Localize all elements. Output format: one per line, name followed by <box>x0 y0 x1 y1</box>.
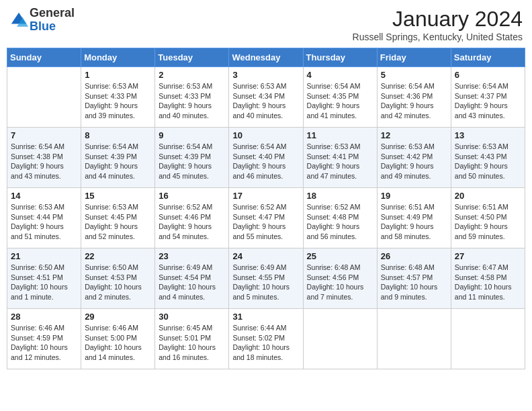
day-info: Sunrise: 6:45 AM Sunset: 5:01 PM Dayligh… <box>159 323 225 363</box>
day-number: 19 <box>381 191 447 201</box>
day-number: 29 <box>85 312 151 322</box>
day-info: Sunrise: 6:54 AM Sunset: 4:35 PM Dayligh… <box>307 81 373 121</box>
day-info: Sunrise: 6:53 AM Sunset: 4:41 PM Dayligh… <box>307 142 373 181</box>
day-number: 26 <box>381 251 447 261</box>
day-info: Sunrise: 6:44 AM Sunset: 5:02 PM Dayligh… <box>232 323 299 363</box>
calendar-cell: 19Sunrise: 6:51 AM Sunset: 4:49 PM Dayli… <box>377 188 451 248</box>
day-number: 30 <box>159 312 225 322</box>
calendar-cell: 18Sunrise: 6:52 AM Sunset: 4:48 PM Dayli… <box>303 188 377 248</box>
day-info: Sunrise: 6:54 AM Sunset: 4:37 PM Dayligh… <box>455 81 521 121</box>
day-info: Sunrise: 6:53 AM Sunset: 4:34 PM Dayligh… <box>232 81 299 121</box>
column-header-thursday: Thursday <box>303 48 377 67</box>
day-info: Sunrise: 6:54 AM Sunset: 4:38 PM Dayligh… <box>11 142 77 181</box>
calendar-cell: 16Sunrise: 6:52 AM Sunset: 4:46 PM Dayli… <box>155 188 229 248</box>
calendar-cell: 1Sunrise: 6:53 AM Sunset: 4:33 PM Daylig… <box>81 67 155 128</box>
column-header-monday: Monday <box>81 48 155 67</box>
day-info: Sunrise: 6:53 AM Sunset: 4:43 PM Dayligh… <box>455 142 521 181</box>
calendar-cell: 2Sunrise: 6:53 AM Sunset: 4:33 PM Daylig… <box>155 67 229 128</box>
day-info: Sunrise: 6:46 AM Sunset: 5:00 PM Dayligh… <box>85 323 151 363</box>
day-number: 10 <box>232 130 299 140</box>
day-number: 21 <box>11 251 77 261</box>
day-number: 8 <box>85 130 151 140</box>
day-number: 4 <box>307 70 373 80</box>
day-number: 18 <box>307 191 373 201</box>
calendar-cell: 27Sunrise: 6:47 AM Sunset: 4:58 PM Dayli… <box>451 248 525 309</box>
day-number: 12 <box>381 130 447 140</box>
day-info: Sunrise: 6:48 AM Sunset: 4:56 PM Dayligh… <box>307 263 373 302</box>
day-info: Sunrise: 6:54 AM Sunset: 4:36 PM Dayligh… <box>381 81 447 121</box>
day-info: Sunrise: 6:53 AM Sunset: 4:33 PM Dayligh… <box>159 81 225 121</box>
day-number: 20 <box>455 191 521 201</box>
calendar-cell: 6Sunrise: 6:54 AM Sunset: 4:37 PM Daylig… <box>451 67 525 128</box>
day-number: 16 <box>159 191 225 201</box>
calendar-week-row: 21Sunrise: 6:50 AM Sunset: 4:51 PM Dayli… <box>7 248 525 309</box>
calendar-cell: 5Sunrise: 6:54 AM Sunset: 4:36 PM Daylig… <box>377 67 451 128</box>
calendar-week-row: 14Sunrise: 6:53 AM Sunset: 4:44 PM Dayli… <box>7 188 525 248</box>
calendar-cell: 13Sunrise: 6:53 AM Sunset: 4:43 PM Dayli… <box>451 128 525 188</box>
day-number: 1 <box>85 70 151 80</box>
day-info: Sunrise: 6:51 AM Sunset: 4:49 PM Dayligh… <box>381 202 447 242</box>
calendar-cell: 20Sunrise: 6:51 AM Sunset: 4:50 PM Dayli… <box>451 188 525 248</box>
logo-blue-text: Blue <box>30 19 56 33</box>
calendar-cell: 30Sunrise: 6:45 AM Sunset: 5:01 PM Dayli… <box>155 309 229 369</box>
calendar-cell: 29Sunrise: 6:46 AM Sunset: 5:00 PM Dayli… <box>81 309 155 369</box>
day-info: Sunrise: 6:53 AM Sunset: 4:45 PM Dayligh… <box>85 202 151 242</box>
day-number: 9 <box>159 130 225 140</box>
day-number: 5 <box>381 70 447 80</box>
day-number: 17 <box>232 191 299 201</box>
calendar-week-row: 7Sunrise: 6:54 AM Sunset: 4:38 PM Daylig… <box>7 128 525 188</box>
day-info: Sunrise: 6:49 AM Sunset: 4:55 PM Dayligh… <box>232 263 299 302</box>
calendar-cell: 9Sunrise: 6:54 AM Sunset: 4:39 PM Daylig… <box>155 128 229 188</box>
calendar-cell <box>303 309 377 369</box>
day-info: Sunrise: 6:50 AM Sunset: 4:51 PM Dayligh… <box>11 263 77 302</box>
month-title: January 2024 <box>353 7 523 32</box>
day-info: Sunrise: 6:53 AM Sunset: 4:33 PM Dayligh… <box>85 81 151 121</box>
column-header-saturday: Saturday <box>451 48 525 67</box>
day-number: 22 <box>85 251 151 261</box>
day-info: Sunrise: 6:51 AM Sunset: 4:50 PM Dayligh… <box>455 202 521 242</box>
day-number: 25 <box>307 251 373 261</box>
day-number: 28 <box>11 312 77 322</box>
day-number: 11 <box>307 130 373 140</box>
calendar-cell: 23Sunrise: 6:49 AM Sunset: 4:54 PM Dayli… <box>155 248 229 309</box>
day-info: Sunrise: 6:54 AM Sunset: 4:39 PM Dayligh… <box>85 142 151 181</box>
day-info: Sunrise: 6:54 AM Sunset: 4:40 PM Dayligh… <box>232 142 299 181</box>
day-number: 6 <box>455 70 521 80</box>
day-info: Sunrise: 6:50 AM Sunset: 4:53 PM Dayligh… <box>85 263 151 302</box>
day-number: 31 <box>232 312 299 322</box>
day-info: Sunrise: 6:52 AM Sunset: 4:48 PM Dayligh… <box>307 202 373 242</box>
day-number: 7 <box>11 130 77 140</box>
calendar-cell <box>377 309 451 369</box>
calendar-week-row: 1Sunrise: 6:53 AM Sunset: 4:33 PM Daylig… <box>7 67 525 128</box>
day-number: 13 <box>455 130 521 140</box>
calendar-cell: 17Sunrise: 6:52 AM Sunset: 4:47 PM Dayli… <box>229 188 303 248</box>
calendar-cell: 3Sunrise: 6:53 AM Sunset: 4:34 PM Daylig… <box>229 67 303 128</box>
day-info: Sunrise: 6:53 AM Sunset: 4:42 PM Dayligh… <box>381 142 447 181</box>
day-info: Sunrise: 6:47 AM Sunset: 4:58 PM Dayligh… <box>455 263 521 302</box>
day-number: 15 <box>85 191 151 201</box>
calendar-cell: 22Sunrise: 6:50 AM Sunset: 4:53 PM Dayli… <box>81 248 155 309</box>
calendar-table: SundayMondayTuesdayWednesdayThursdayFrid… <box>7 48 525 369</box>
calendar-cell: 24Sunrise: 6:49 AM Sunset: 4:55 PM Dayli… <box>229 248 303 309</box>
calendar-cell: 11Sunrise: 6:53 AM Sunset: 4:41 PM Dayli… <box>303 128 377 188</box>
day-info: Sunrise: 6:46 AM Sunset: 4:59 PM Dayligh… <box>11 323 77 363</box>
calendar-cell: 21Sunrise: 6:50 AM Sunset: 4:51 PM Dayli… <box>7 248 81 309</box>
logo: General Blue <box>9 7 75 34</box>
column-header-wednesday: Wednesday <box>229 48 303 67</box>
calendar-cell: 28Sunrise: 6:46 AM Sunset: 4:59 PM Dayli… <box>7 309 81 369</box>
calendar-cell: 26Sunrise: 6:48 AM Sunset: 4:57 PM Dayli… <box>377 248 451 309</box>
day-info: Sunrise: 6:53 AM Sunset: 4:44 PM Dayligh… <box>11 202 77 242</box>
day-info: Sunrise: 6:54 AM Sunset: 4:39 PM Dayligh… <box>159 142 225 181</box>
calendar-cell: 31Sunrise: 6:44 AM Sunset: 5:02 PM Dayli… <box>229 309 303 369</box>
day-number: 2 <box>159 70 225 80</box>
day-info: Sunrise: 6:48 AM Sunset: 4:57 PM Dayligh… <box>381 263 447 302</box>
column-header-friday: Friday <box>377 48 451 67</box>
day-number: 23 <box>159 251 225 261</box>
location-subtitle: Russell Springs, Kentucky, United States <box>353 32 523 42</box>
day-info: Sunrise: 6:52 AM Sunset: 4:46 PM Dayligh… <box>159 202 225 242</box>
calendar-cell <box>451 309 525 369</box>
day-number: 14 <box>11 191 77 201</box>
calendar-cell <box>7 67 81 128</box>
calendar-header-row: SundayMondayTuesdayWednesdayThursdayFrid… <box>7 48 525 67</box>
calendar-cell: 25Sunrise: 6:48 AM Sunset: 4:56 PM Dayli… <box>303 248 377 309</box>
